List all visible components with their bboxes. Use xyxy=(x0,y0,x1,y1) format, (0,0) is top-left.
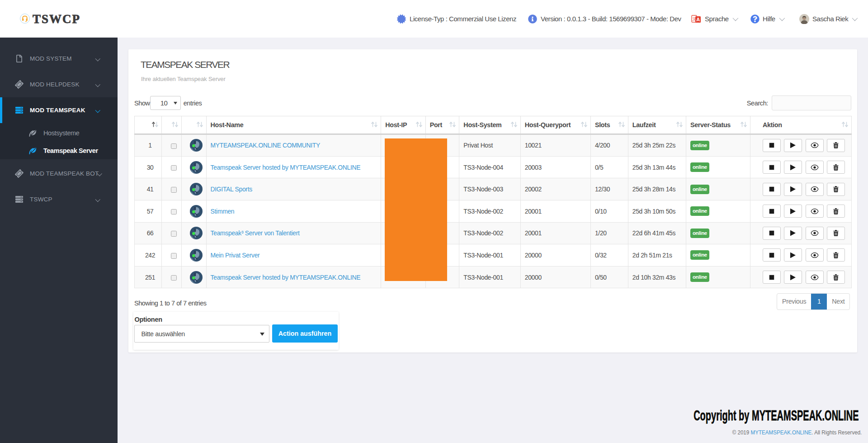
svg-text:A: A xyxy=(696,17,700,22)
